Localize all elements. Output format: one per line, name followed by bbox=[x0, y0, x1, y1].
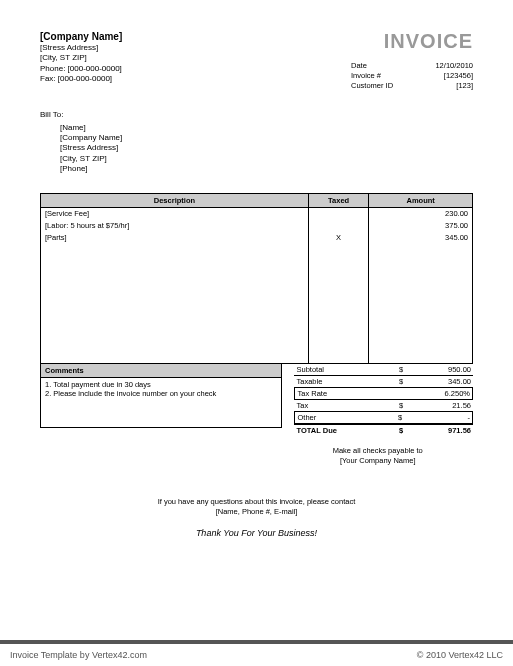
bill-to-company: [Company Name] bbox=[60, 133, 473, 143]
taxable-value: 345.00 bbox=[411, 377, 471, 386]
table-row: [Service Fee] 230.00 bbox=[41, 207, 473, 219]
taxrate-value: 6.250% bbox=[410, 389, 470, 398]
company-phone: Phone: [000-000-0000] bbox=[40, 64, 122, 74]
cell-description: [Parts] bbox=[41, 231, 309, 243]
tax-value: 21.56 bbox=[411, 401, 471, 410]
bill-to-block: Bill To: [Name] [Company Name] [Stress A… bbox=[40, 110, 473, 174]
thank-you: Thank You For Your Business! bbox=[40, 528, 473, 538]
payable-line1: Make all checks payable to bbox=[282, 446, 473, 457]
bill-to-phone: [Phone] bbox=[60, 164, 473, 174]
date-label: Date bbox=[351, 61, 406, 71]
other-label: Other bbox=[297, 413, 398, 422]
taxable-label: Taxable bbox=[296, 377, 399, 386]
comments-block: Comments 1. Total payment due in 30 days… bbox=[40, 364, 282, 436]
col-description: Description bbox=[41, 193, 309, 207]
bill-to-label: Bill To: bbox=[40, 110, 473, 120]
taxable-currency: $ bbox=[399, 377, 411, 386]
bill-to-address: [Stress Address] bbox=[60, 143, 473, 153]
company-fax: Fax: [000-000-0000] bbox=[40, 74, 122, 84]
invoice-block: INVOICE Date 12/10/2010 Invoice # [12345… bbox=[351, 30, 473, 90]
cell-taxed: X bbox=[308, 231, 368, 243]
tax-label: Tax bbox=[296, 401, 399, 410]
page-footer: Invoice Template by Vertex42.com © 2010 … bbox=[0, 640, 513, 666]
tax-currency: $ bbox=[399, 401, 411, 410]
cell-amount: 375.00 bbox=[369, 219, 473, 231]
subtotal-label: Subtotal bbox=[296, 365, 399, 374]
subtotal-value: 950.00 bbox=[411, 365, 471, 374]
footer-left: Invoice Template by Vertex42.com bbox=[10, 650, 147, 660]
col-taxed: Taxed bbox=[308, 193, 368, 207]
cell-taxed bbox=[308, 207, 368, 219]
col-amount: Amount bbox=[369, 193, 473, 207]
customer-id-value: [123] bbox=[418, 81, 473, 91]
other-currency: $ bbox=[398, 413, 410, 422]
totals-block: Subtotal $ 950.00 Taxable $ 345.00 Tax R… bbox=[282, 364, 473, 436]
invoice-number-label: Invoice # bbox=[351, 71, 406, 81]
cell-taxed bbox=[308, 219, 368, 231]
contact-block: If you have any questions about this inv… bbox=[40, 497, 473, 518]
total-due-value: 971.56 bbox=[411, 426, 471, 435]
company-name: [Company Name] bbox=[40, 30, 122, 43]
cell-description: [Labor: 5 hours at $75/hr] bbox=[41, 219, 309, 231]
date-value: 12/10/2010 bbox=[418, 61, 473, 71]
line-items-table: Description Taxed Amount [Service Fee] 2… bbox=[40, 193, 473, 364]
comments-header: Comments bbox=[40, 364, 282, 378]
company-address: [Stress Address] bbox=[40, 43, 122, 53]
subtotal-currency: $ bbox=[399, 365, 411, 374]
other-value: - bbox=[410, 413, 470, 422]
contact-line1: If you have any questions about this inv… bbox=[40, 497, 473, 508]
payable-line2: [Your Company Name] bbox=[282, 456, 473, 467]
payable-block: Make all checks payable to [Your Company… bbox=[282, 446, 473, 467]
cell-amount: 345.00 bbox=[369, 231, 473, 243]
total-due-label: TOTAL Due bbox=[296, 426, 399, 435]
table-filler bbox=[41, 243, 473, 363]
bill-to-name: [Name] bbox=[60, 123, 473, 133]
company-city: [City, ST ZIP] bbox=[40, 53, 122, 63]
bill-to-city: [City, ST ZIP] bbox=[60, 154, 473, 164]
contact-line2: [Name, Phone #, E-mail] bbox=[40, 507, 473, 518]
table-row: [Labor: 5 hours at $75/hr] 375.00 bbox=[41, 219, 473, 231]
total-due-currency: $ bbox=[399, 426, 411, 435]
table-row: [Parts] X 345.00 bbox=[41, 231, 473, 243]
taxrate-label: Tax Rate bbox=[297, 389, 398, 398]
cell-description: [Service Fee] bbox=[41, 207, 309, 219]
customer-id-label: Customer ID bbox=[351, 81, 406, 91]
invoice-number-value: [123456] bbox=[418, 71, 473, 81]
comment-line: 1. Total payment due in 30 days bbox=[45, 380, 277, 390]
company-block: [Company Name] [Stress Address] [City, S… bbox=[40, 30, 122, 90]
comment-line: 2. Please include the invoice number on … bbox=[45, 389, 277, 399]
footer-right: © 2010 Vertex42 LLC bbox=[417, 650, 503, 660]
cell-amount: 230.00 bbox=[369, 207, 473, 219]
invoice-title: INVOICE bbox=[351, 30, 473, 53]
